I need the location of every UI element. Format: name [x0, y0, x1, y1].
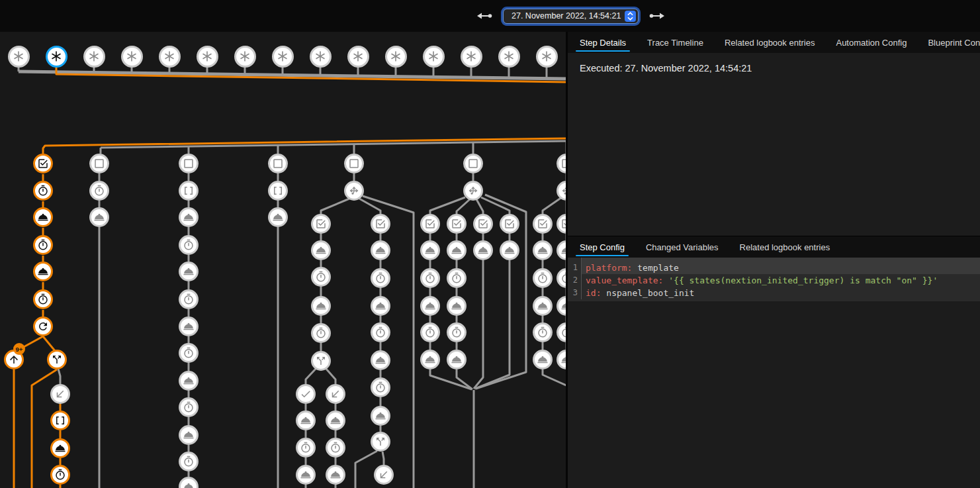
trace-node-square[interactable] [268, 154, 288, 173]
trace-node-bell[interactable] [371, 406, 390, 426]
trace-node-square[interactable] [89, 154, 109, 173]
trace-node-bell[interactable] [371, 240, 390, 260]
trace-node-checkbox[interactable] [420, 214, 440, 234]
trace-node-asterisk[interactable] [536, 46, 558, 68]
trace-node-bell[interactable] [311, 296, 331, 316]
trace-node-asterisk[interactable] [83, 46, 105, 68]
trace-node-asterisk[interactable] [423, 46, 445, 68]
trace-node-bell[interactable] [179, 317, 199, 336]
trace-node-bell[interactable] [420, 296, 440, 316]
trace-node-timer[interactable] [420, 322, 440, 342]
trace-node-refresh[interactable] [33, 317, 53, 336]
trace-node-bell[interactable] [33, 207, 53, 227]
trace-node-checkbox[interactable] [311, 214, 331, 234]
yaml-code-editor[interactable]: 1platform: template2value_template: '{{ … [568, 258, 980, 301]
tab-trace-timeline[interactable]: Trace Timeline [637, 32, 714, 53]
trace-node-bell[interactable] [50, 438, 70, 458]
tab-changed-variables[interactable]: Changed Variables [635, 236, 729, 258]
trace-node-timer[interactable] [533, 268, 553, 288]
trace-node-call-split[interactable] [371, 432, 390, 452]
trace-node-bell[interactable] [296, 465, 316, 485]
trace-node-bell[interactable] [533, 240, 553, 260]
trace-node-timer[interactable] [311, 323, 331, 343]
trace-node-timer[interactable] [179, 452, 199, 471]
trace-node-asterisk[interactable] [310, 46, 332, 68]
trace-node-arrow-decision[interactable] [463, 181, 483, 201]
next-run-button[interactable] [648, 8, 666, 24]
trace-node-asterisk[interactable] [197, 46, 218, 68]
trace-node-bell[interactable] [420, 240, 440, 260]
trace-node-bell[interactable] [326, 411, 345, 430]
trace-node-asterisk[interactable] [498, 46, 520, 68]
tab-step-details[interactable]: Step Details [569, 32, 637, 53]
trace-node-asterisk[interactable] [159, 46, 181, 68]
trace-node-timer[interactable] [33, 235, 53, 255]
trace-node-call-split[interactable] [47, 350, 67, 369]
trace-node-check[interactable] [296, 384, 316, 404]
trace-node-arrow-decision[interactable] [344, 181, 364, 201]
trace-node-asterisk[interactable] [46, 46, 67, 68]
trace-node-brackets[interactable] [179, 181, 199, 201]
trace-node-bell[interactable] [420, 350, 440, 369]
trace-node-bell[interactable] [473, 240, 493, 260]
trace-node-timer[interactable] [50, 465, 70, 485]
tab-related-logbook-entries[interactable]: Related logbook entries [729, 236, 841, 258]
trace-node-arrow-bottom-left[interactable] [50, 384, 70, 404]
trace-node-asterisk[interactable] [121, 46, 143, 68]
trace-node-timer[interactable] [420, 268, 440, 288]
trace-node-bell[interactable] [500, 240, 519, 260]
trace-node-asterisk[interactable] [8, 46, 30, 68]
trace-node-bell[interactable] [371, 350, 390, 370]
trace-node-bell[interactable] [179, 425, 199, 445]
trace-node-timer[interactable] [371, 268, 390, 288]
tab-automation-config[interactable]: Automation Config [825, 32, 917, 53]
trace-node-bell[interactable] [447, 296, 467, 316]
trace-node-bell[interactable] [179, 371, 199, 391]
trace-node-checkbox[interactable] [371, 214, 390, 234]
trace-node-asterisk[interactable] [385, 46, 407, 68]
tab-blueprint-config[interactable]: Blueprint Config [917, 32, 980, 53]
trace-node-checkbox[interactable] [447, 214, 467, 234]
tab-related-logbook-entries[interactable]: Related logbook entries [714, 32, 826, 53]
trace-node-arrow-bottom-left[interactable] [326, 384, 345, 404]
trace-node-square[interactable] [179, 154, 199, 173]
trace-node-bell[interactable] [296, 411, 316, 430]
trace-node-timer[interactable] [89, 181, 109, 201]
trace-node-bell[interactable] [311, 240, 331, 260]
trace-node-checkbox[interactable] [473, 214, 493, 234]
trace-node-timer[interactable] [447, 322, 467, 342]
trace-node-checkbox[interactable] [33, 154, 53, 173]
trace-node-timer[interactable] [533, 322, 553, 342]
previous-run-button[interactable] [475, 8, 494, 24]
trace-node-timer[interactable] [179, 235, 199, 255]
trace-node-bell[interactable] [447, 350, 467, 369]
trace-node-bell[interactable] [268, 207, 288, 227]
trace-node-asterisk[interactable] [461, 46, 482, 68]
trace-node-timer[interactable] [296, 438, 316, 458]
trace-node-asterisk[interactable] [347, 46, 369, 68]
trace-node-timer[interactable] [33, 289, 53, 309]
trace-node-bell[interactable] [33, 262, 53, 281]
trace-node-square[interactable] [463, 154, 483, 173]
trace-node-arrow-bottom-left[interactable] [374, 465, 394, 485]
trace-node-checkbox[interactable] [500, 214, 519, 234]
trace-node-asterisk[interactable] [272, 46, 294, 68]
run-date-select[interactable]: 27. November 2022, 14:54:21 [503, 9, 639, 24]
trace-node-timer[interactable] [371, 377, 390, 397]
trace-node-timer[interactable] [371, 322, 390, 342]
trace-node-timer[interactable] [33, 181, 53, 201]
trace-node-timer[interactable] [447, 268, 467, 288]
trace-node-bell[interactable] [179, 207, 199, 227]
trace-node-bell[interactable] [447, 240, 467, 260]
trace-node-asterisk[interactable] [234, 46, 256, 68]
trace-node-brackets[interactable] [268, 181, 288, 201]
trace-node-bell[interactable] [179, 262, 199, 281]
trace-node-bell[interactable] [326, 465, 345, 485]
trace-node-call-split[interactable] [311, 351, 331, 371]
tab-step-config[interactable]: Step Config [569, 236, 635, 258]
trace-node-timer[interactable] [179, 289, 199, 309]
trace-node-checkbox[interactable] [533, 214, 553, 234]
trace-node-bell[interactable] [371, 296, 390, 316]
trace-node-timer[interactable] [326, 438, 345, 458]
trace-node-bell[interactable] [89, 207, 109, 227]
